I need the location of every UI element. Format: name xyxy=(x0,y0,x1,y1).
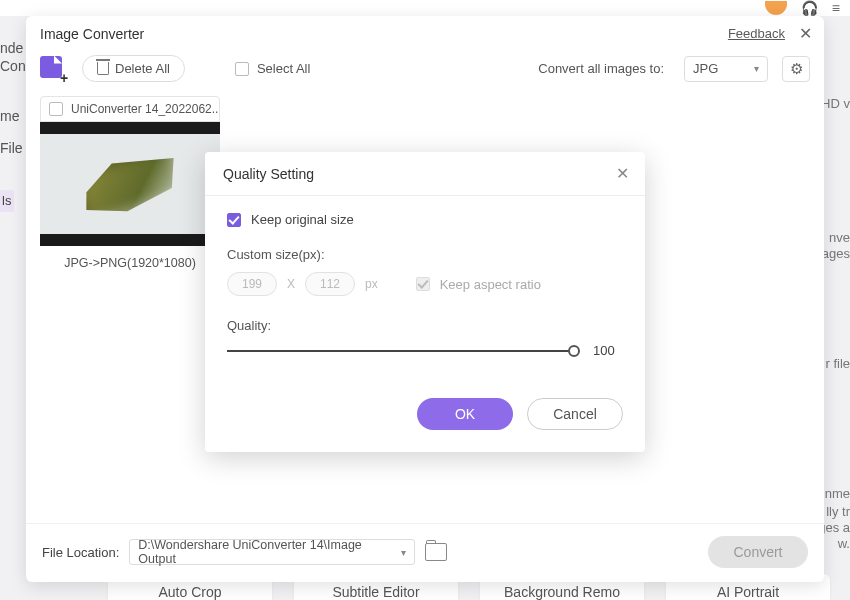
custom-size-label: Custom size(px): xyxy=(227,247,623,262)
convert-to-label: Convert all images to: xyxy=(538,61,664,76)
width-input[interactable] xyxy=(227,272,277,296)
quality-slider[interactable] xyxy=(227,350,575,352)
bg-text: lly tr xyxy=(826,504,850,519)
bg-text: r file xyxy=(825,356,850,371)
file-location-label: File Location: xyxy=(42,545,119,560)
bg-text: File xyxy=(0,140,23,156)
format-select[interactable]: JPG ▾ xyxy=(684,56,768,82)
thumb-caption: JPG->PNG(1920*1080) xyxy=(40,246,220,280)
px-label: px xyxy=(365,277,378,291)
slider-fill xyxy=(227,350,575,352)
slider-thumb[interactable] xyxy=(568,345,580,357)
trash-icon xyxy=(97,62,109,75)
gear-icon: ⚙ xyxy=(790,60,803,78)
format-value: JPG xyxy=(693,61,718,76)
bg-text: nve xyxy=(829,230,850,245)
thumb-preview xyxy=(40,122,220,246)
bg-text: ages xyxy=(822,246,850,261)
bg-text: nme xyxy=(825,486,850,501)
keep-aspect-ratio-checkbox[interactable] xyxy=(416,277,430,291)
cancel-button[interactable]: Cancel xyxy=(527,398,623,430)
thumb-checkbox[interactable] xyxy=(49,102,63,116)
bg-text: me xyxy=(0,108,19,124)
quality-setting-dialog: Quality Setting ✕ Keep original size Cus… xyxy=(205,152,645,452)
bg-text: Con xyxy=(0,58,26,74)
window-titlebar: Image Converter Feedback ✕ xyxy=(26,16,824,49)
bottom-bar: File Location: D:\Wondershare UniConvert… xyxy=(26,523,824,582)
chevron-down-icon: ▾ xyxy=(754,63,759,74)
x-separator: X xyxy=(287,277,295,291)
image-thumbnail-card[interactable]: UniConverter 14_2022062... JPG->PNG(1920… xyxy=(40,96,220,280)
bg-text: HD v xyxy=(821,96,850,111)
bg-text: nde xyxy=(0,40,23,56)
dialog-header: Quality Setting ✕ xyxy=(205,152,645,196)
close-icon[interactable]: ✕ xyxy=(616,164,629,183)
plus-icon: + xyxy=(58,72,70,84)
keep-original-size-checkbox[interactable] xyxy=(227,213,241,227)
keep-original-size-label: Keep original size xyxy=(251,212,354,227)
convert-button[interactable]: Convert xyxy=(708,536,808,568)
height-input[interactable] xyxy=(305,272,355,296)
thumb-header: UniConverter 14_2022062... xyxy=(40,96,220,122)
toolbar: + Delete All Select All Convert all imag… xyxy=(26,49,824,92)
crystal-image xyxy=(69,140,191,227)
add-file-button[interactable]: + xyxy=(40,56,68,82)
close-icon[interactable]: ✕ xyxy=(799,24,812,43)
quality-value: 100 xyxy=(593,343,623,358)
bg-tools-tab: ls xyxy=(0,190,14,212)
support-icon: 🎧 xyxy=(801,0,818,16)
feedback-link[interactable]: Feedback xyxy=(728,26,785,41)
output-path-select[interactable]: D:\Wondershare UniConverter 14\Image Out… xyxy=(129,539,415,565)
quality-label: Quality: xyxy=(227,318,623,333)
thumb-filename: UniConverter 14_2022062... xyxy=(71,102,220,116)
window-title: Image Converter xyxy=(40,26,144,42)
ok-button[interactable]: OK xyxy=(417,398,513,430)
open-folder-button[interactable] xyxy=(425,543,447,561)
chevron-down-icon: ▾ xyxy=(401,547,406,558)
select-all-checkbox[interactable] xyxy=(235,62,249,76)
hamburger-icon: ≡ xyxy=(832,0,840,16)
delete-all-button[interactable]: Delete All xyxy=(82,55,185,82)
keep-aspect-ratio-label: Keep aspect ratio xyxy=(440,277,541,292)
select-all-label: Select All xyxy=(257,61,310,76)
bg-topbar: 🎧 ≡ xyxy=(0,0,850,16)
avatar-icon xyxy=(765,1,787,15)
output-path-value: D:\Wondershare UniConverter 14\Image Out… xyxy=(138,538,401,566)
settings-button[interactable]: ⚙ xyxy=(782,56,810,82)
bg-text: w. xyxy=(838,536,850,551)
dialog-title: Quality Setting xyxy=(223,166,314,182)
delete-all-label: Delete All xyxy=(115,61,170,76)
